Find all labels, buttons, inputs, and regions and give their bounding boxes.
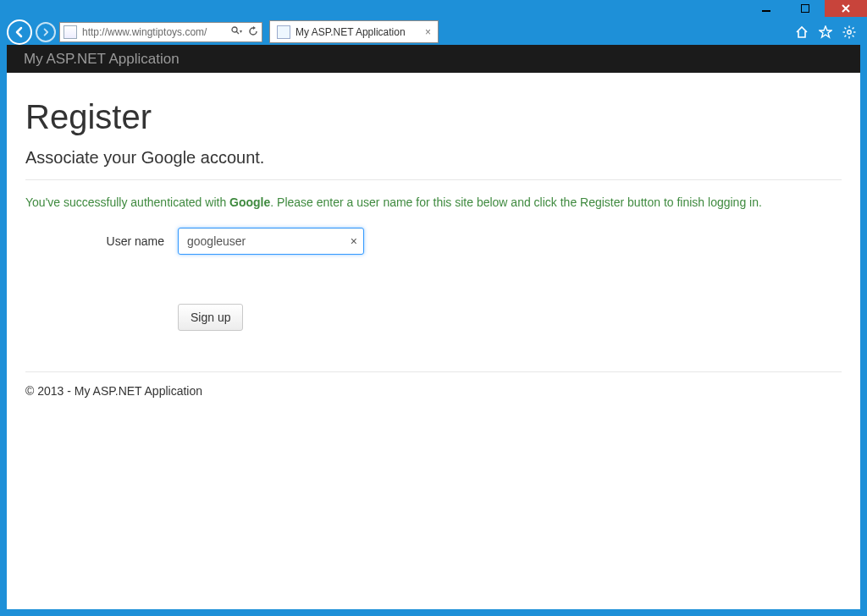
username-input[interactable] bbox=[178, 228, 364, 255]
username-row: User name × bbox=[25, 228, 842, 255]
page-container: Register Associate your Google account. … bbox=[7, 73, 860, 398]
page-viewport: My ASP.NET Application Register Associat… bbox=[7, 45, 860, 609]
site-navbar: My ASP.NET Application bbox=[7, 45, 860, 73]
footer-text: © 2013 - My ASP.NET Application bbox=[25, 384, 842, 398]
signup-button[interactable]: Sign up bbox=[178, 304, 243, 331]
svg-line-3 bbox=[236, 31, 239, 34]
svg-rect-1 bbox=[801, 4, 809, 13]
heading-divider bbox=[25, 179, 842, 180]
favorites-icon[interactable] bbox=[818, 25, 833, 40]
maximize-button[interactable] bbox=[786, 0, 825, 17]
browser-tools bbox=[794, 25, 860, 40]
home-icon[interactable] bbox=[794, 25, 809, 40]
tab-close-icon[interactable]: × bbox=[425, 26, 431, 38]
page-subheading: Associate your Google account. bbox=[25, 148, 842, 168]
svg-point-4 bbox=[848, 30, 851, 33]
browser-tab[interactable]: My ASP.NET Application × bbox=[269, 20, 439, 43]
success-provider: Google bbox=[229, 195, 270, 209]
tab-page-icon bbox=[277, 25, 290, 39]
back-button[interactable] bbox=[7, 19, 32, 45]
page-heading: Register bbox=[25, 98, 842, 136]
brand-link[interactable]: My ASP.NET Application bbox=[24, 51, 179, 68]
svg-line-12 bbox=[853, 27, 854, 29]
search-dropdown-icon[interactable] bbox=[231, 26, 243, 38]
address-bar[interactable] bbox=[59, 22, 262, 42]
username-input-wrap: × bbox=[178, 228, 364, 255]
footer-divider bbox=[25, 371, 842, 372]
url-input[interactable] bbox=[80, 25, 228, 39]
address-controls bbox=[228, 26, 258, 38]
refresh-icon[interactable] bbox=[248, 26, 258, 38]
success-pre: You've successfully authenticated with bbox=[25, 195, 229, 209]
svg-line-11 bbox=[845, 35, 847, 36]
titlebar bbox=[0, 0, 867, 19]
tab-title: My ASP.NET Application bbox=[295, 26, 406, 38]
page-icon bbox=[64, 25, 77, 39]
success-message: You've successfully authenticated with G… bbox=[25, 195, 842, 209]
svg-rect-0 bbox=[762, 10, 770, 12]
svg-line-10 bbox=[853, 35, 854, 36]
button-row: Sign up bbox=[25, 263, 842, 331]
minimize-button[interactable] bbox=[747, 0, 786, 17]
settings-icon[interactable] bbox=[842, 25, 857, 40]
svg-line-9 bbox=[845, 27, 847, 29]
browser-toolbar: My ASP.NET Application × bbox=[5, 19, 862, 45]
window-frame: My ASP.NET Application × My ASP.NET Appl… bbox=[0, 0, 867, 616]
clear-input-icon[interactable]: × bbox=[351, 234, 357, 248]
username-label: User name bbox=[25, 234, 178, 248]
success-post: . Please enter a user name for this site… bbox=[270, 195, 762, 209]
close-button[interactable] bbox=[825, 0, 867, 17]
forward-button[interactable] bbox=[36, 22, 56, 42]
